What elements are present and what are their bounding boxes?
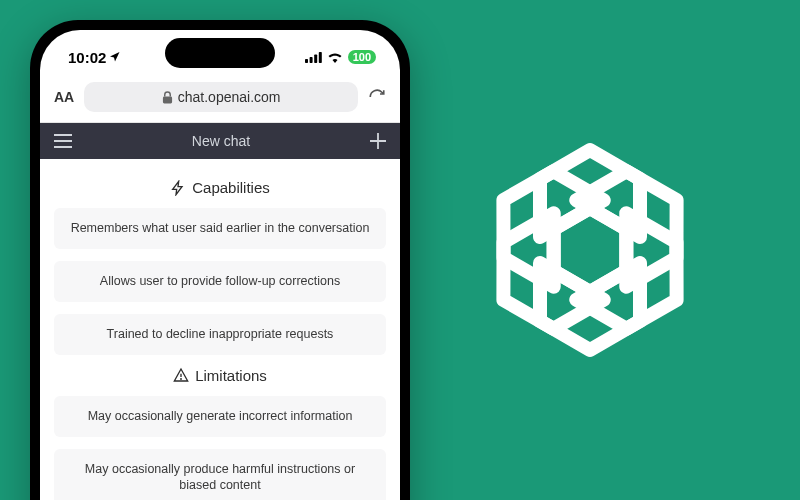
battery-indicator: 100 <box>348 50 376 64</box>
svg-point-11 <box>181 379 182 380</box>
openai-logo <box>460 120 720 380</box>
browser-toolbar: AA chat.openai.com <box>40 76 400 123</box>
limitations-heading: Limitations <box>54 367 386 384</box>
header-title: New chat <box>192 133 250 149</box>
status-time: 10:02 <box>68 49 106 66</box>
lightning-icon <box>170 180 186 196</box>
svg-rect-1 <box>309 57 312 63</box>
phone-frame: 10:02 100 AA chat.opena <box>30 20 410 500</box>
capability-card[interactable]: Remembers what user said earlier in the … <box>54 208 386 249</box>
svg-rect-4 <box>163 96 172 103</box>
svg-rect-2 <box>314 54 317 63</box>
section-title: Capabilities <box>192 179 270 196</box>
reload-button[interactable] <box>368 88 386 106</box>
svg-rect-0 <box>305 59 308 63</box>
location-icon <box>109 51 121 63</box>
signal-icon <box>305 52 322 63</box>
url-text: chat.openai.com <box>178 89 281 105</box>
warning-icon <box>173 367 189 383</box>
wifi-icon <box>327 51 343 63</box>
section-title: Limitations <box>195 367 267 384</box>
capability-card[interactable]: Allows user to provide follow-up correct… <box>54 261 386 302</box>
svg-rect-3 <box>318 52 321 63</box>
text-size-button[interactable]: AA <box>54 89 74 105</box>
capabilities-heading: Capabilities <box>54 179 386 196</box>
limitation-card[interactable]: May occasionally generate incorrect info… <box>54 396 386 437</box>
new-chat-button[interactable] <box>370 133 386 149</box>
capability-card[interactable]: Trained to decline inappropriate request… <box>54 314 386 355</box>
limitation-card[interactable]: May occasionally produce harmful instruc… <box>54 449 386 501</box>
lock-icon <box>162 91 173 104</box>
address-bar[interactable]: chat.openai.com <box>84 82 358 112</box>
dynamic-island <box>165 38 275 68</box>
menu-button[interactable] <box>54 134 72 148</box>
main-content[interactable]: Capabilities Remembers what user said ea… <box>40 159 400 500</box>
phone-screen: 10:02 100 AA chat.opena <box>40 30 400 500</box>
app-header: New chat <box>40 123 400 159</box>
